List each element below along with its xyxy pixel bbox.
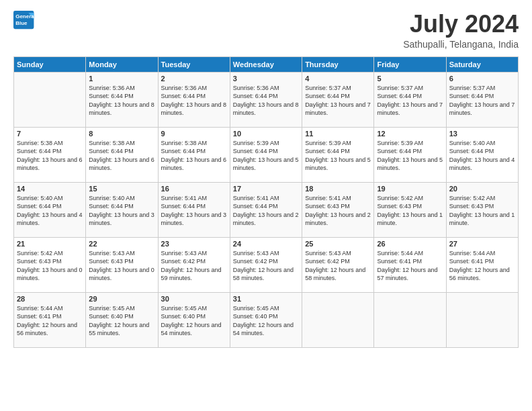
- day-info: Sunrise: 5:44 AMSunset: 6:41 PMDaylight:…: [377, 249, 443, 283]
- calendar-day-cell: 15Sunrise: 5:40 AMSunset: 6:44 PMDayligh…: [86, 182, 158, 237]
- day-number: 23: [161, 240, 227, 248]
- day-info: Sunrise: 5:37 AMSunset: 6:44 PMDaylight:…: [305, 84, 371, 118]
- day-number: 22: [89, 240, 154, 248]
- calendar-day-cell: 13Sunrise: 5:40 AMSunset: 6:44 PMDayligh…: [446, 127, 518, 182]
- day-info: Sunrise: 5:36 AMSunset: 6:44 PMDaylight:…: [233, 84, 299, 118]
- calendar-day-cell: 24Sunrise: 5:43 AMSunset: 6:42 PMDayligh…: [230, 237, 302, 292]
- day-number: 14: [17, 185, 83, 193]
- calendar-day-cell: 29Sunrise: 5:45 AMSunset: 6:40 PMDayligh…: [86, 292, 158, 347]
- calendar-day-cell: 17Sunrise: 5:41 AMSunset: 6:44 PMDayligh…: [230, 182, 302, 237]
- weekday-header-cell: Monday: [86, 56, 158, 72]
- day-number: 19: [377, 185, 443, 193]
- calendar-day-cell: 26Sunrise: 5:44 AMSunset: 6:41 PMDayligh…: [374, 237, 446, 292]
- calendar-day-cell: 23Sunrise: 5:43 AMSunset: 6:42 PMDayligh…: [158, 237, 230, 292]
- day-info: Sunrise: 5:42 AMSunset: 6:43 PMDaylight:…: [377, 194, 443, 228]
- calendar-week-row: 7Sunrise: 5:38 AMSunset: 6:44 PMDaylight…: [14, 127, 519, 182]
- calendar-day-cell: [14, 72, 86, 127]
- calendar-day-cell: 19Sunrise: 5:42 AMSunset: 6:43 PMDayligh…: [374, 182, 446, 237]
- day-info: Sunrise: 5:40 AMSunset: 6:44 PMDaylight:…: [89, 194, 154, 228]
- calendar-day-cell: 10Sunrise: 5:39 AMSunset: 6:44 PMDayligh…: [230, 127, 302, 182]
- weekday-header-cell: Friday: [374, 56, 446, 72]
- calendar-day-cell: [374, 292, 446, 347]
- title-block: July 2024 Sathupalli, Telangana, India: [403, 11, 519, 50]
- day-info: Sunrise: 5:45 AMSunset: 6:40 PMDaylight:…: [161, 304, 227, 338]
- day-info: Sunrise: 5:43 AMSunset: 6:43 PMDaylight:…: [89, 249, 154, 283]
- month-title: July 2024: [403, 11, 519, 38]
- day-info: Sunrise: 5:41 AMSunset: 6:44 PMDaylight:…: [161, 194, 227, 228]
- day-number: 12: [377, 130, 443, 138]
- day-number: 29: [89, 295, 154, 303]
- day-info: Sunrise: 5:39 AMSunset: 6:44 PMDaylight:…: [233, 139, 299, 173]
- day-number: 2: [161, 75, 227, 83]
- weekday-header-cell: Sunday: [14, 56, 86, 72]
- calendar-table: SundayMondayTuesdayWednesdayThursdayFrid…: [13, 56, 519, 348]
- calendar-day-cell: 27Sunrise: 5:44 AMSunset: 6:41 PMDayligh…: [446, 237, 518, 292]
- day-info: Sunrise: 5:41 AMSunset: 6:43 PMDaylight:…: [305, 194, 371, 228]
- logo: General Blue: [13, 11, 35, 30]
- day-number: 1: [89, 75, 154, 83]
- day-info: Sunrise: 5:40 AMSunset: 6:44 PMDaylight:…: [449, 139, 515, 173]
- day-info: Sunrise: 5:41 AMSunset: 6:44 PMDaylight:…: [233, 194, 299, 228]
- day-info: Sunrise: 5:37 AMSunset: 6:44 PMDaylight:…: [449, 84, 515, 118]
- day-number: 7: [17, 130, 83, 138]
- day-info: Sunrise: 5:45 AMSunset: 6:40 PMDaylight:…: [89, 304, 154, 338]
- weekday-header-cell: Tuesday: [158, 56, 230, 72]
- calendar-day-cell: 6Sunrise: 5:37 AMSunset: 6:44 PMDaylight…: [446, 72, 518, 127]
- day-info: Sunrise: 5:38 AMSunset: 6:44 PMDaylight:…: [17, 139, 83, 173]
- calendar-day-cell: 8Sunrise: 5:38 AMSunset: 6:44 PMDaylight…: [86, 127, 158, 182]
- day-info: Sunrise: 5:36 AMSunset: 6:44 PMDaylight:…: [161, 84, 227, 118]
- header: General Blue July 2024 Sathupalli, Telan…: [13, 11, 519, 50]
- day-number: 3: [233, 75, 299, 83]
- weekday-header-cell: Thursday: [302, 56, 374, 72]
- day-number: 17: [233, 185, 299, 193]
- day-number: 6: [449, 75, 515, 83]
- day-info: Sunrise: 5:39 AMSunset: 6:44 PMDaylight:…: [305, 139, 371, 173]
- svg-text:Blue: Blue: [15, 20, 28, 26]
- day-number: 20: [449, 185, 515, 193]
- page: General Blue July 2024 Sathupalli, Telan…: [0, 0, 532, 355]
- day-info: Sunrise: 5:45 AMSunset: 6:40 PMDaylight:…: [233, 304, 299, 338]
- calendar-day-cell: 7Sunrise: 5:38 AMSunset: 6:44 PMDaylight…: [14, 127, 86, 182]
- calendar-day-cell: [302, 292, 374, 347]
- day-number: 24: [233, 240, 299, 248]
- calendar-day-cell: 28Sunrise: 5:44 AMSunset: 6:41 PMDayligh…: [14, 292, 86, 347]
- day-number: 9: [161, 130, 227, 138]
- calendar-day-cell: 5Sunrise: 5:37 AMSunset: 6:44 PMDaylight…: [374, 72, 446, 127]
- calendar-day-cell: 3Sunrise: 5:36 AMSunset: 6:44 PMDaylight…: [230, 72, 302, 127]
- day-info: Sunrise: 5:38 AMSunset: 6:44 PMDaylight:…: [89, 139, 154, 173]
- day-number: 30: [161, 295, 227, 303]
- calendar-day-cell: 12Sunrise: 5:39 AMSunset: 6:44 PMDayligh…: [374, 127, 446, 182]
- calendar-week-row: 28Sunrise: 5:44 AMSunset: 6:41 PMDayligh…: [14, 292, 519, 347]
- day-info: Sunrise: 5:37 AMSunset: 6:44 PMDaylight:…: [377, 84, 443, 118]
- day-number: 8: [89, 130, 154, 138]
- day-number: 16: [161, 185, 227, 193]
- calendar-day-cell: 9Sunrise: 5:38 AMSunset: 6:44 PMDaylight…: [158, 127, 230, 182]
- calendar-day-cell: 31Sunrise: 5:45 AMSunset: 6:40 PMDayligh…: [230, 292, 302, 347]
- calendar-day-cell: 14Sunrise: 5:40 AMSunset: 6:44 PMDayligh…: [14, 182, 86, 237]
- day-info: Sunrise: 5:39 AMSunset: 6:44 PMDaylight:…: [377, 139, 443, 173]
- calendar-week-row: 21Sunrise: 5:42 AMSunset: 6:43 PMDayligh…: [14, 237, 519, 292]
- day-info: Sunrise: 5:43 AMSunset: 6:42 PMDaylight:…: [161, 249, 227, 283]
- calendar-day-cell: 22Sunrise: 5:43 AMSunset: 6:43 PMDayligh…: [86, 237, 158, 292]
- day-info: Sunrise: 5:38 AMSunset: 6:44 PMDaylight:…: [161, 139, 227, 173]
- weekday-header-row: SundayMondayTuesdayWednesdayThursdayFrid…: [14, 56, 519, 72]
- calendar-day-cell: 25Sunrise: 5:43 AMSunset: 6:42 PMDayligh…: [302, 237, 374, 292]
- weekday-header-cell: Wednesday: [230, 56, 302, 72]
- day-info: Sunrise: 5:36 AMSunset: 6:44 PMDaylight:…: [89, 84, 154, 118]
- day-number: 4: [305, 75, 371, 83]
- day-number: 18: [305, 185, 371, 193]
- calendar-day-cell: 30Sunrise: 5:45 AMSunset: 6:40 PMDayligh…: [158, 292, 230, 347]
- day-number: 27: [449, 240, 515, 248]
- calendar-day-cell: 1Sunrise: 5:36 AMSunset: 6:44 PMDaylight…: [86, 72, 158, 127]
- day-number: 25: [305, 240, 371, 248]
- day-number: 11: [305, 130, 371, 138]
- day-info: Sunrise: 5:44 AMSunset: 6:41 PMDaylight:…: [449, 249, 515, 283]
- calendar-day-cell: [446, 292, 518, 347]
- day-info: Sunrise: 5:42 AMSunset: 6:43 PMDaylight:…: [449, 194, 515, 228]
- calendar-day-cell: 4Sunrise: 5:37 AMSunset: 6:44 PMDaylight…: [302, 72, 374, 127]
- day-info: Sunrise: 5:42 AMSunset: 6:43 PMDaylight:…: [17, 249, 83, 283]
- calendar-day-cell: 20Sunrise: 5:42 AMSunset: 6:43 PMDayligh…: [446, 182, 518, 237]
- logo-icon: General Blue: [13, 11, 35, 30]
- day-number: 5: [377, 75, 443, 83]
- calendar-day-cell: 11Sunrise: 5:39 AMSunset: 6:44 PMDayligh…: [302, 127, 374, 182]
